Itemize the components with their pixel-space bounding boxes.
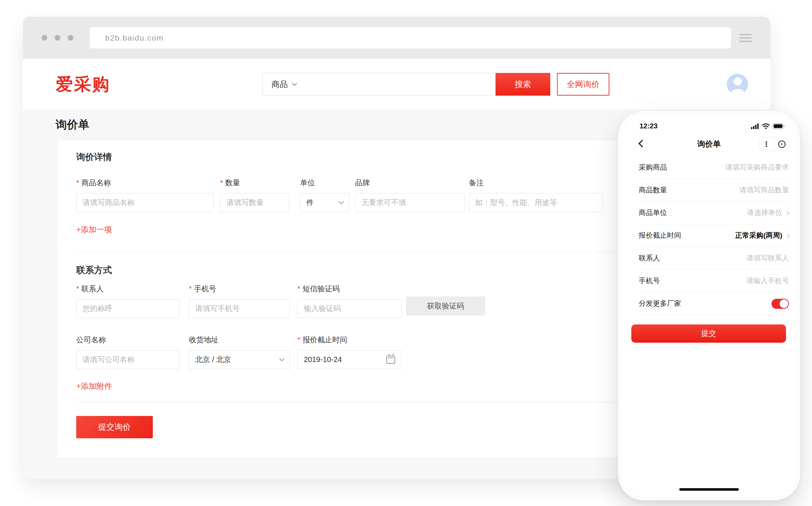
field-label: *短信验证码 (297, 284, 402, 294)
avatar-person-icon (731, 89, 745, 95)
required-marker: * (76, 285, 79, 293)
deadline-field: *报价截止时间 2019-10-24 (297, 335, 402, 369)
search-button[interactable]: 搜索 (496, 73, 550, 96)
mobile-input[interactable] (189, 299, 290, 318)
status-icons (751, 123, 785, 129)
row-product-unit[interactable]: 商品单位 请选择单位 (639, 202, 789, 224)
status-time: 12:23 (639, 122, 658, 130)
field-label: *报价截止时间 (297, 335, 402, 345)
required-marker: * (76, 179, 79, 187)
search-bar: 商品 搜索 全网询价 (262, 73, 609, 96)
company-field: 公司名称 (76, 335, 180, 369)
phone-status-bar: 12:23 (622, 115, 796, 130)
row-label: 商品数量 (639, 185, 667, 195)
more-options-icon[interactable]: ⋮ (759, 140, 774, 148)
phone-submit-button[interactable]: 提交 (631, 324, 786, 343)
remark-input[interactable] (469, 193, 603, 212)
battery-icon (773, 123, 785, 129)
field-label: 公司名称 (76, 335, 180, 345)
brand-field: 品牌 (355, 178, 465, 212)
row-label: 报价截止时间 (639, 231, 681, 240)
address-value: 北京 / 北京 (195, 355, 231, 365)
row-contact-person[interactable]: 联系人 请填写联系人 (639, 247, 789, 270)
row-value: 正常采购(两周) (735, 231, 789, 240)
row-placeholder: 请填写商品数量 (740, 185, 789, 195)
field-label: 单位 (300, 178, 349, 188)
distribute-toggle[interactable] (771, 299, 789, 309)
unit-field: 单位 件 (300, 178, 349, 212)
search-category-dropdown[interactable]: 商品 (271, 79, 296, 90)
company-input[interactable] (76, 350, 180, 369)
row-mobile-number[interactable]: 手机号 请输入手机号 (639, 270, 789, 292)
chevron-down-icon (339, 199, 344, 204)
url-text: b2b.baidu.com (105, 33, 164, 42)
row-purchase-product[interactable]: 采购商品 请填写采购商品要求 (639, 156, 789, 179)
page-title: 询价单 (56, 117, 89, 132)
row-label: 分发更多厂家 (639, 299, 681, 308)
phone-form-list: 采购商品 请填写采购商品要求 商品数量 请填写商品数量 商品单位 请选择单位 报… (622, 156, 796, 315)
wifi-icon (762, 123, 770, 129)
home-indicator[interactable] (679, 488, 739, 491)
contact-name-field: *联系人 (76, 284, 180, 318)
chevron-right-icon (785, 211, 790, 215)
deadline-value: 2019-10-24 (304, 355, 342, 364)
section-title-detail: 询价详情 (76, 151, 112, 163)
phone-mockup: 12:23 (618, 111, 800, 500)
calendar-icon (386, 356, 395, 364)
row-product-quantity[interactable]: 商品数量 请填写商品数量 (639, 179, 789, 202)
traffic-light-dots (42, 35, 73, 41)
row-label: 手机号 (639, 276, 660, 286)
unit-value: 件 (306, 198, 314, 208)
hamburger-menu-icon[interactable] (739, 32, 752, 44)
section-title-contact: 联系方式 (76, 264, 112, 276)
browser-chrome: b2b.baidu.com (23, 17, 770, 59)
address-bar[interactable]: b2b.baidu.com (90, 27, 731, 48)
field-label: *数量 (220, 178, 289, 188)
row-label: 商品单位 (639, 208, 667, 218)
remark-field: 备注 (469, 178, 603, 212)
required-marker: * (189, 285, 192, 293)
field-label: *联系人 (76, 284, 180, 294)
quantity-input[interactable] (220, 193, 289, 212)
phone-screen: 12:23 (622, 115, 796, 497)
network-inquiry-button[interactable]: 全网询价 (557, 73, 609, 96)
add-attachment-link[interactable]: +添加附件 (76, 381, 112, 391)
product-name-field: *商品名称 (76, 178, 214, 212)
get-code-button[interactable]: 获取验证码 (406, 297, 485, 316)
avatar-person-icon (734, 77, 742, 86)
product-name-input[interactable] (76, 193, 214, 212)
miniprogram-capsule: ⋮ × (758, 137, 790, 151)
deadline-datepicker[interactable]: 2019-10-24 (297, 350, 402, 369)
chevron-down-icon (279, 356, 284, 361)
sms-code-input[interactable] (297, 299, 402, 318)
chevron-down-icon (292, 80, 297, 86)
site-header: 爱采购 商品 搜索 全网询价 (23, 59, 770, 110)
unit-select[interactable]: 件 (300, 193, 349, 212)
mobile-field: *手机号 (189, 284, 290, 318)
chevron-right-icon (785, 233, 790, 238)
field-label: 收货地址 (189, 335, 290, 345)
contact-name-input[interactable] (76, 299, 180, 318)
row-placeholder: 请填写采购商品要求 (725, 163, 789, 172)
address-field: 收货地址 北京 / 北京 (189, 335, 290, 369)
add-item-link[interactable]: +添加一项 (76, 224, 112, 235)
field-label: 品牌 (355, 178, 465, 188)
traffic-dot-icon[interactable] (42, 35, 47, 41)
row-placeholder: 请输入手机号 (747, 276, 789, 286)
row-label: 采购商品 (639, 163, 667, 172)
submit-inquiry-button[interactable]: 提交询价 (76, 416, 153, 438)
required-marker: * (297, 336, 300, 344)
row-quote-deadline[interactable]: 报价截止时间 正常采购(两周) (639, 224, 789, 247)
aicaigou-logo[interactable]: 爱采购 (56, 73, 110, 96)
address-select[interactable]: 北京 / 北京 (189, 350, 290, 369)
quantity-field: *数量 (220, 178, 289, 212)
search-input[interactable]: 商品 (262, 73, 496, 96)
avatar[interactable] (727, 74, 748, 95)
traffic-dot-icon[interactable] (68, 35, 73, 41)
row-placeholder: 请选择单位 (747, 208, 789, 218)
brand-input[interactable] (355, 193, 465, 212)
close-icon[interactable]: × (774, 140, 790, 148)
field-label: *手机号 (189, 284, 290, 294)
traffic-dot-icon[interactable] (55, 35, 60, 41)
row-label: 联系人 (639, 253, 660, 263)
